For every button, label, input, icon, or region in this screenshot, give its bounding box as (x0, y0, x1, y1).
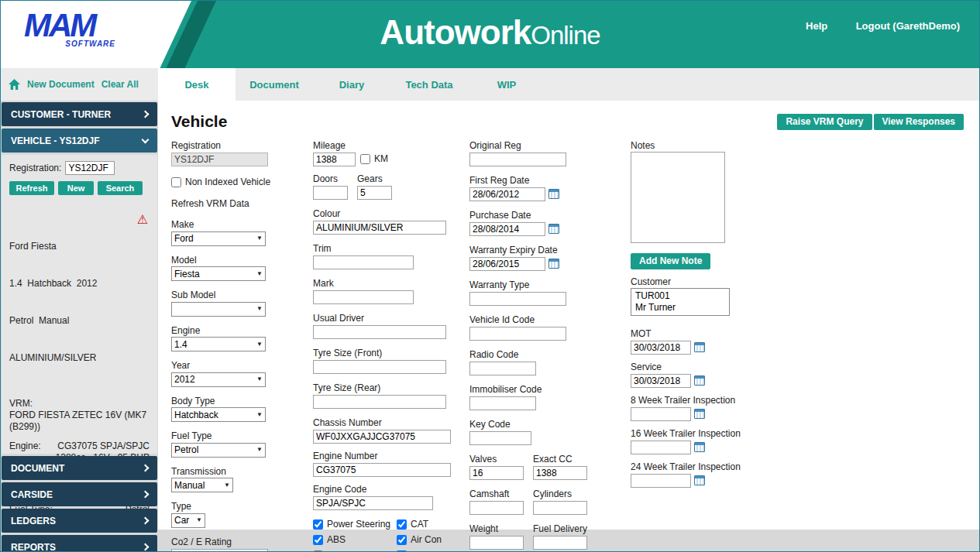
abs-checkbox[interactable] (313, 535, 323, 545)
sidebar-panel-vehicle[interactable]: VEHICLE - YS12DJF (2, 129, 157, 153)
gears-input[interactable] (357, 186, 392, 200)
exact-cc-input[interactable] (533, 466, 587, 480)
field-mark: Mark (313, 278, 469, 304)
field-mot: MOT (631, 328, 863, 355)
home-icon[interactable] (9, 79, 20, 90)
field-first-reg-date: First Reg Date (469, 175, 631, 201)
field-make: Make Ford (171, 219, 313, 246)
field-year: Year 2012 (171, 360, 313, 387)
field-co2: Co2 / E Rating (171, 537, 313, 552)
mark-input[interactable] (313, 290, 414, 304)
usual-driver-input[interactable] (313, 325, 446, 339)
calendar-icon[interactable] (694, 375, 705, 386)
immobiliser-code-input[interactable] (469, 396, 536, 410)
new-document-link[interactable]: New Document (27, 79, 95, 90)
refresh-vrm-data-link[interactable]: Refresh VRM Data (171, 198, 313, 209)
tab-document[interactable]: Document (236, 68, 313, 101)
tab-desk[interactable]: Desk (158, 68, 236, 101)
view-responses-button[interactable]: View Responses (874, 114, 965, 130)
fuel-type-select[interactable]: Petrol (171, 443, 266, 458)
clear-all-link[interactable]: Clear All (101, 79, 139, 90)
co2-input[interactable] (171, 549, 268, 552)
new-button[interactable]: New (58, 181, 94, 195)
engine-number-input[interactable] (313, 463, 451, 477)
sidebar-panel-document[interactable]: DOCUMENT (2, 456, 157, 480)
tab-tech-data[interactable]: Tech Data (390, 68, 468, 101)
engine-select[interactable]: 1.4 (171, 337, 266, 351)
field-warranty-type: Warranty Type (469, 279, 631, 306)
calendar-icon[interactable] (694, 442, 705, 452)
chassis-input[interactable] (313, 430, 451, 444)
warranty-expiry-input[interactable] (469, 257, 545, 271)
calendar-icon[interactable] (694, 409, 705, 419)
week16-input[interactable] (631, 441, 691, 454)
sidebar-registration-input[interactable] (65, 161, 115, 175)
weight-fuel-delivery-row: Weight Fuel Delivery (469, 523, 631, 550)
cat-checkbox[interactable] (397, 519, 407, 530)
vehicle-id-code-input[interactable] (469, 327, 566, 341)
field-engine-number: Engine Number (313, 451, 469, 477)
first-reg-date-input[interactable] (469, 187, 545, 201)
weight-input[interactable] (469, 536, 524, 550)
chevron-right-icon (142, 543, 150, 551)
raise-vrm-query-button[interactable]: Raise VRM Query (777, 114, 872, 130)
type-select[interactable]: Car (171, 513, 205, 528)
calendar-icon[interactable] (548, 224, 559, 234)
sidebar-panel-reports[interactable]: REPORTS (2, 535, 157, 552)
calendar-icon[interactable] (694, 475, 705, 485)
logout-link[interactable]: Logout (GarethDemo) (856, 20, 960, 32)
sidebar: CUSTOMER - TURNER VEHICLE - YS12DJF Regi… (1, 101, 158, 552)
transmission-select[interactable]: Manual (171, 478, 233, 492)
air-con-checkbox[interactable] (397, 535, 407, 545)
refresh-button[interactable]: Refresh (9, 181, 54, 195)
km-checkbox-row: KM (360, 152, 388, 166)
sidebar-panel-carside[interactable]: CARSIDE (2, 482, 157, 506)
add-new-note-button[interactable]: Add New Note (631, 253, 710, 269)
week8-input[interactable] (631, 407, 691, 421)
colour-input[interactable] (313, 221, 446, 235)
original-reg-input[interactable] (469, 153, 566, 166)
warranty-type-input[interactable] (469, 292, 566, 306)
original-reg-label: Original Reg (469, 140, 631, 151)
body-type-select[interactable]: Hatchback (171, 407, 266, 422)
notes-textarea[interactable] (631, 152, 725, 243)
trim-input[interactable] (313, 255, 414, 269)
field-usual-driver: Usual Driver (313, 313, 469, 339)
tyre-front-input[interactable] (313, 360, 446, 374)
mileage-input[interactable] (313, 153, 356, 166)
service-input[interactable] (631, 374, 691, 388)
purchase-date-input[interactable] (469, 222, 545, 236)
sidebar-panel-ledgers[interactable]: LEDGERS (2, 509, 157, 533)
key-code-input[interactable] (469, 431, 531, 445)
week24-input[interactable] (631, 474, 691, 488)
mot-input[interactable] (631, 341, 691, 355)
sub-model-select[interactable] (171, 302, 266, 317)
year-select[interactable]: 2012 (171, 372, 266, 387)
cylinders-input[interactable] (533, 501, 587, 515)
field-chassis: Chassis Number (313, 417, 469, 444)
doors-input[interactable] (313, 186, 348, 200)
make-select[interactable]: Ford (171, 231, 266, 246)
valves-input[interactable] (469, 466, 524, 480)
calendar-icon[interactable] (548, 259, 559, 269)
field-gears: Gears (357, 173, 392, 200)
tyre-rear-input[interactable] (313, 395, 446, 409)
camshaft-input[interactable] (469, 501, 524, 515)
non-indexed-checkbox[interactable] (171, 177, 181, 187)
model-select[interactable]: Fiesta (171, 266, 266, 281)
radio-code-input[interactable] (469, 362, 536, 375)
vrm-value: FORD FIESTA ZETEC 16V (MK7 (B299)) (9, 410, 150, 433)
sidebar-panel-customer[interactable]: CUSTOMER - TURNER (2, 102, 157, 126)
field-mileage: Mileage KM (313, 140, 469, 166)
engine-code-input[interactable] (313, 496, 433, 510)
calendar-icon[interactable] (694, 342, 705, 352)
tab-diary[interactable]: Diary (313, 68, 390, 101)
calendar-icon[interactable] (548, 189, 559, 199)
fuel-delivery-input[interactable] (533, 536, 587, 550)
search-button-sidebar[interactable]: Search (98, 181, 143, 195)
km-checkbox[interactable] (360, 154, 370, 164)
tab-wip[interactable]: WIP (468, 68, 545, 101)
power-steering-checkbox[interactable] (313, 519, 323, 530)
help-link[interactable]: Help (806, 20, 827, 32)
app-window: MAM SOFTWARE AutoworkOnline Help Logout … (0, 0, 980, 552)
